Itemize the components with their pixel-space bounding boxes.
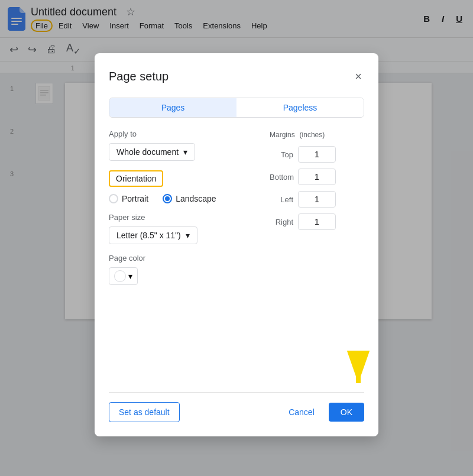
margin-input-left[interactable]: [298, 191, 336, 208]
margins-title: Margins (inches): [270, 129, 364, 139]
margin-label-left: Left: [270, 195, 293, 204]
margin-input-top[interactable]: [298, 146, 336, 163]
dialog-title: Page setup: [109, 70, 169, 83]
dialog-body: Apply to Whole document ▾ Orientation Po…: [109, 129, 364, 378]
color-swatch: [114, 270, 126, 282]
margin-input-right[interactable]: [298, 213, 336, 230]
paper-size-dropdown-icon: ▾: [186, 231, 190, 240]
margin-label-bottom: Bottom: [270, 173, 293, 182]
close-button[interactable]: ×: [352, 67, 364, 86]
paper-size-label: Paper size: [109, 213, 260, 222]
cancel-button[interactable]: Cancel: [279, 403, 324, 422]
margin-row-bottom: Bottom: [270, 169, 364, 185]
margin-label-top: Top: [270, 150, 293, 159]
color-picker[interactable]: ▾: [109, 267, 138, 285]
margins-unit: (inches): [300, 131, 325, 139]
page-color-label: Page color: [109, 254, 260, 263]
yellow-arrow: [346, 351, 376, 392]
orientation-radio-group: Portrait Landscape: [109, 194, 260, 203]
dialog-header: Page setup ×: [109, 67, 364, 86]
apply-to-label: Apply to: [109, 129, 260, 138]
apply-to-dropdown-icon: ▾: [183, 147, 187, 157]
tab-pages[interactable]: Pages: [109, 98, 237, 117]
margin-row-right: Right: [270, 213, 364, 230]
radio-portrait[interactable]: Portrait: [109, 194, 148, 203]
tab-pageless[interactable]: Pageless: [237, 98, 364, 117]
radio-portrait-circle: [109, 194, 118, 203]
orientation-label: Orientation: [109, 170, 163, 187]
margins-section: Margins (inches) Top Bottom Left Right: [270, 129, 364, 378]
margin-row-left: Left: [270, 191, 364, 208]
margin-row-top: Top: [270, 146, 364, 163]
page-setup-dialog: Page setup × Pages Pageless Apply to Who…: [95, 53, 378, 436]
paper-size-value: Letter (8.5" x 11"): [116, 231, 181, 240]
color-dropdown-icon: ▾: [128, 271, 132, 281]
ok-button[interactable]: OK: [329, 403, 364, 422]
margin-input-bottom[interactable]: [298, 169, 336, 185]
dialog-footer: Set as default Cancel OK: [109, 392, 364, 422]
radio-portrait-label: Portrait: [122, 194, 148, 203]
tabs: Pages Pageless: [109, 98, 364, 118]
radio-landscape[interactable]: Landscape: [163, 194, 216, 203]
set-default-button[interactable]: Set as default: [109, 402, 180, 422]
apply-to-value: Whole document: [116, 147, 179, 157]
apply-to-select[interactable]: Whole document ▾: [109, 143, 195, 161]
left-col: Apply to Whole document ▾ Orientation Po…: [109, 129, 270, 378]
paper-size-select[interactable]: Letter (8.5" x 11") ▾: [109, 226, 197, 244]
radio-landscape-label: Landscape: [176, 194, 216, 203]
margin-label-right: Right: [270, 218, 293, 226]
radio-landscape-circle: [163, 194, 172, 203]
